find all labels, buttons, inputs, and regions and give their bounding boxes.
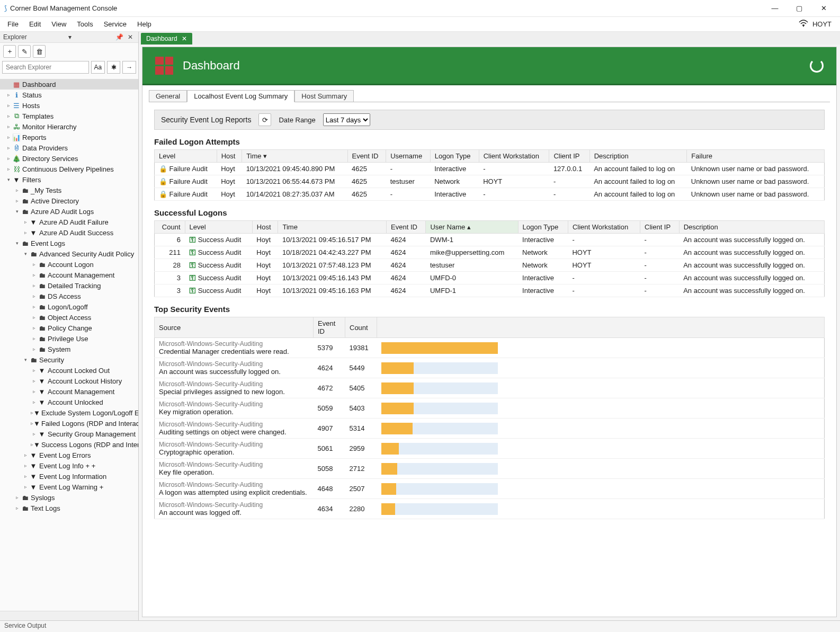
tree-cdp[interactable]: ▹⛓Continuous Delivery Pipelines [0, 164, 138, 174]
col-count[interactable]: Count [155, 221, 185, 234]
col-failure[interactable]: Failure [687, 150, 825, 163]
tree-active-directory[interactable]: ▹🖿Active Directory [0, 195, 138, 206]
explorer-edit-button[interactable]: ✎ [18, 45, 31, 58]
table-row[interactable]: Microsoft-Windows-Security-AuditingAn ac… [155, 358, 825, 378]
tree-success-logons[interactable]: ▹▼Success Logons (RDP and Interactiv [0, 439, 138, 450]
table-row[interactable]: 28⚿ Success AuditHoyt10/13/2021 07:57:48… [155, 259, 825, 272]
col-clientip[interactable]: Client IP [640, 221, 680, 234]
explorer-close-icon[interactable]: ✕ [126, 33, 135, 41]
tree-event-log-info-plus[interactable]: ▹▼Event Log Info + + [0, 460, 138, 471]
explorer-dropdown-icon[interactable]: ▾ [66, 33, 74, 41]
explorer-add-button[interactable]: ＋ [3, 45, 16, 58]
menu-view[interactable]: View [46, 18, 72, 30]
col-logontype[interactable]: Logon Type [518, 221, 568, 234]
tree-azure-ad[interactable]: ▾🖿Azure AD Audit Logs [0, 206, 138, 217]
col-host[interactable]: Host [252, 221, 278, 234]
tree-hosts[interactable]: ▹☰Hosts [0, 100, 138, 111]
table-row[interactable]: Microsoft-Windows-Security-AuditingKey f… [155, 459, 825, 479]
tree-templates[interactable]: ▹⧉Templates [0, 111, 138, 121]
explorer-pin-icon[interactable]: 📌 [113, 33, 126, 41]
tree-object-access[interactable]: ▹🖿Object Access [0, 312, 138, 323]
tree-sec-group-mgmt[interactable]: ▹▼Security Group Management [0, 429, 138, 439]
explorer-scrollbar[interactable] [0, 611, 138, 620]
col-description[interactable]: Description [589, 150, 687, 163]
tree-acc-locked-out[interactable]: ▹▼Account Locked Out [0, 365, 138, 376]
tree-detailed-tracking[interactable]: ▹🖿Detailed Tracking [0, 280, 138, 291]
col-clientws[interactable]: Client Workstation [568, 221, 640, 234]
tree-azure-ad-failure[interactable]: ▹▼Azure AD Audit Failure [0, 217, 138, 227]
tree-acc-unlocked[interactable]: ▹▼Account Unlocked [0, 397, 138, 407]
tab-close-icon[interactable]: ✕ [182, 35, 187, 42]
date-range-select[interactable]: Last 7 days [323, 113, 370, 126]
explorer-delete-button[interactable]: 🗑 [33, 45, 46, 58]
tree-filters[interactable]: ▾▼Filters [0, 174, 138, 185]
table-row[interactable]: Microsoft-Windows-Security-AuditingA log… [155, 479, 825, 499]
table-row[interactable]: Microsoft-Windows-Security-AuditingCrede… [155, 338, 825, 358]
subtab-general[interactable]: General [149, 90, 187, 102]
explorer-go-button[interactable]: → [122, 61, 136, 74]
refresh-button[interactable]: ⟳ [258, 113, 271, 126]
col-level[interactable]: Level [155, 150, 217, 163]
tree-monitor-hierarchy[interactable]: ▹🖧Monitor Hierarchy [0, 121, 138, 132]
col-username[interactable]: User Name ▴ [426, 221, 518, 234]
table-row[interactable]: Microsoft-Windows-Security-AuditingAudit… [155, 419, 825, 439]
window-maximize-icon[interactable]: ▢ [787, 1, 811, 16]
tree-account-mgmt[interactable]: ▹🖿Account Management [0, 270, 138, 280]
tree-event-log-information[interactable]: ▹▼Event Log Information [0, 471, 138, 482]
explorer-regex-button[interactable]: ✱ [107, 61, 121, 74]
col-description[interactable]: Description [679, 221, 824, 234]
col-clientws[interactable]: Client Workstation [479, 150, 549, 163]
tree-excl-sys-logon[interactable]: ▹▼Exclude System Logon/Logoff Event [0, 407, 138, 418]
user-label[interactable]: HOYT [812, 20, 832, 28]
col-host[interactable]: Host [217, 150, 242, 163]
col-time[interactable]: Time ▾ [242, 150, 347, 163]
col-level[interactable]: Level [185, 221, 252, 234]
col-logontype[interactable]: Logon Type [430, 150, 479, 163]
window-close-icon[interactable]: ✕ [811, 1, 836, 16]
tree-event-log-warning[interactable]: ▹▼Event Log Warning + [0, 482, 138, 492]
subtab-localhost[interactable]: Localhost Event Log Summary [187, 90, 294, 102]
tree-privilege-use[interactable]: ▹🖿Privilege Use [0, 333, 138, 344]
tree-azure-ad-success[interactable]: ▹▼Azure AD Audit Success [0, 227, 138, 238]
tree-reports[interactable]: ▹📊Reports [0, 132, 138, 143]
explorer-search-input[interactable] [2, 61, 89, 74]
table-row[interactable]: 🔒 Failure AuditHoyt10/14/2021 08:27:35.0… [155, 188, 825, 201]
tree-adv-sec-audit[interactable]: ▾🖿Advanced Security Audit Policy [0, 248, 138, 259]
tree-data-providers[interactable]: ▹🛢Data Providers [0, 143, 138, 153]
table-row[interactable]: Microsoft-Windows-Security-AuditingKey m… [155, 398, 825, 419]
tree-account-logon[interactable]: ▹🖿Account Logon [0, 259, 138, 270]
tree-security[interactable]: ▾🖿Security [0, 354, 138, 365]
tree-ds-access[interactable]: ▹🖿DS Access [0, 291, 138, 301]
tab-dashboard[interactable]: Dashboard ✕ [141, 33, 192, 44]
col-source[interactable]: Source [155, 317, 314, 338]
col-eventid[interactable]: Event ID [387, 221, 426, 234]
subtab-host-summary[interactable]: Host Summary [294, 90, 354, 102]
tree-logon-logoff[interactable]: ▹🖿Logon/Logoff [0, 301, 138, 312]
window-minimize-icon[interactable]: — [763, 1, 787, 16]
menu-help[interactable]: Help [132, 18, 157, 30]
tree-system[interactable]: ▹🖿System [0, 344, 138, 354]
col-eventid[interactable]: Event ID [347, 150, 386, 163]
tree-acc-mgmt2[interactable]: ▹▼Account Management [0, 386, 138, 397]
tree-policy-change[interactable]: ▹🖿Policy Change [0, 323, 138, 333]
table-row[interactable]: 3⚿ Success AuditHoyt10/13/2021 09:45:16.… [155, 272, 825, 284]
menu-tools[interactable]: Tools [72, 18, 98, 30]
menu-file[interactable]: File [2, 18, 24, 30]
col-count[interactable]: Count [345, 317, 377, 338]
explorer-case-button[interactable]: Aa [91, 61, 105, 74]
table-row[interactable]: 🔒 Failure AuditHoyt10/13/2021 09:45:40.8… [155, 163, 825, 175]
tree-acc-lockout-hist[interactable]: ▹▼Account Lockout History [0, 376, 138, 386]
col-username[interactable]: Username [386, 150, 431, 163]
col-clientip[interactable]: Client IP [549, 150, 589, 163]
tree-text-logs[interactable]: ▹🖿Text Logs [0, 503, 138, 513]
menu-edit[interactable]: Edit [24, 18, 46, 30]
menu-service[interactable]: Service [99, 18, 132, 30]
col-time[interactable]: Time [278, 221, 387, 234]
tree-directory-services[interactable]: ▹🎄Directory Services [0, 153, 138, 164]
tree-event-log-errors[interactable]: ▹▼Event Log Errors [0, 450, 138, 460]
tree-event-logs[interactable]: ▾🖿Event Logs [0, 238, 138, 248]
tree-my-tests[interactable]: ▹🖿_My Tests [0, 185, 138, 195]
table-row[interactable]: 3⚿ Success AuditHoyt10/13/2021 09:45:16.… [155, 284, 825, 297]
tree-failed-logons[interactable]: ▹▼Failed Logons (RDP and Interactive) [0, 418, 138, 429]
table-row[interactable]: Microsoft-Windows-Security-AuditingAn ac… [155, 499, 825, 519]
